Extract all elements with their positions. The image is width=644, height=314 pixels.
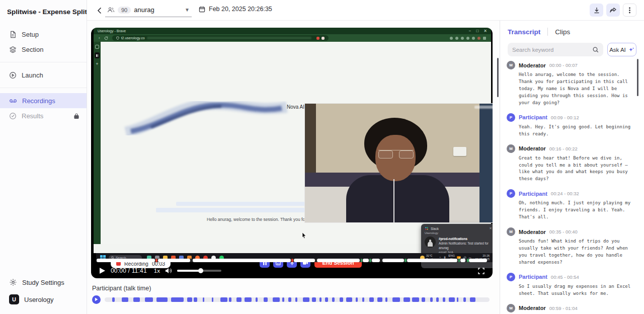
timeline-segment <box>460 259 465 262</box>
sidebar-toggle-icon[interactable] <box>95 45 99 49</box>
timeline-segment <box>369 259 371 262</box>
transcript-message[interactable]: P Participant 00:09 - 00:12 Yeah. Hey. I… <box>507 113 635 138</box>
webcam-background <box>305 104 316 181</box>
player-timeline[interactable] <box>97 259 487 262</box>
speaker-avatar: P <box>507 273 515 281</box>
fullscreen-button[interactable] <box>478 268 485 274</box>
talktime-segment <box>112 297 115 302</box>
talktime-segment <box>264 297 268 302</box>
browser-titlebar: Userology - Brave −□✕ <box>94 28 491 34</box>
talktime-segment <box>319 297 321 302</box>
active-tab-thumbnail[interactable] <box>95 52 100 58</box>
talktime-segment <box>362 297 365 302</box>
transcript-scrollbar[interactable] <box>637 59 638 96</box>
url-bar[interactable]: t2.userology.co <box>112 35 329 41</box>
play-button[interactable] <box>99 267 106 274</box>
talktime-segment <box>245 297 252 302</box>
video-player[interactable]: Userology - Brave −□✕ ‹ t2.userology.co <box>91 28 493 278</box>
transcript-message[interactable]: P Participant 00:24 - 00:32 Oh, nothing … <box>507 189 635 221</box>
talktime-track[interactable] <box>105 297 490 302</box>
topbar: 90 anurag ▼ Feb 20, 2025 20:26:35 <box>87 0 644 21</box>
transcript-message[interactable]: M Moderator 00:16 - 00:22 Great to hear … <box>507 144 635 183</box>
download-button[interactable] <box>590 4 603 17</box>
timeline-segment <box>291 259 293 262</box>
talktime-segment <box>145 297 152 302</box>
playback-speed[interactable]: 1x <box>154 268 160 274</box>
voicemail-icon <box>9 97 17 105</box>
talktime-segment <box>422 297 425 302</box>
volume-slider[interactable] <box>177 270 221 272</box>
transcript-list[interactable]: M Moderator 00:00 - 00:07 Hello anurag, … <box>500 59 644 314</box>
study-settings-button[interactable]: Study Settings <box>0 274 87 291</box>
slack-workspace: Userology <box>425 231 492 234</box>
sidebar-item-setup[interactable]: Setup <box>0 27 87 42</box>
sidebar-item-label: Section <box>22 46 43 53</box>
target-icon <box>9 112 17 120</box>
tab-transcript[interactable]: Transcript <box>508 28 540 36</box>
speaker-name: Moderator <box>519 229 546 235</box>
keyword-search[interactable] <box>508 43 603 56</box>
message-timestamp: 00:24 - 00:32 <box>551 191 579 196</box>
transcript-message[interactable]: M Moderator 00:59 - 01:04 Interesting! C… <box>507 304 635 314</box>
talktime-segment <box>449 297 455 302</box>
site-shield-icon <box>116 36 119 40</box>
sidebar-item-launch[interactable]: Launch <box>0 67 87 83</box>
browser-toolbar: ‹ t2.userology.co <box>94 34 491 42</box>
participant-count-badge: 90 <box>118 7 131 14</box>
more-options-button[interactable] <box>623 4 636 17</box>
chevron-down-icon: ▼ <box>185 7 190 13</box>
participant-torso <box>346 175 449 223</box>
wave-illustration <box>121 77 302 163</box>
transcript-message[interactable]: P Participant 00:45 - 00:54 So I usually… <box>507 273 635 297</box>
timeline-segment <box>97 259 155 262</box>
speaker-name: Moderator <box>519 305 546 311</box>
main-scrollbar[interactable] <box>497 58 499 97</box>
close-icon[interactable]: ✕ <box>489 226 492 230</box>
slack-channel: #prod-notifications <box>439 237 467 241</box>
new-tab-icon[interactable]: + <box>96 62 98 66</box>
sidebar-item-section[interactable]: Section <box>0 42 87 57</box>
sidebar: Splitwise - Expense Splittin... Setup Se… <box>0 0 87 314</box>
transcript-message[interactable]: M Moderator 00:35 - 00:40 Sounds fun! Wh… <box>507 227 635 266</box>
back-button[interactable] <box>94 5 105 16</box>
kebab-menu-icon <box>629 7 630 14</box>
webcam-background <box>479 104 493 222</box>
talktime-segment <box>122 297 128 302</box>
participant-selector[interactable]: 90 anurag ▼ <box>105 3 192 17</box>
minimize-icon: − <box>469 29 471 33</box>
userology-brand[interactable]: U Userology <box>0 291 87 308</box>
talktime-segment <box>325 297 328 302</box>
tab-clips[interactable]: Clips <box>555 28 570 36</box>
talktime-segment <box>463 297 466 302</box>
brave-shield-icon <box>316 37 319 40</box>
browser-title: Userology - Brave <box>98 29 126 33</box>
volume-icon[interactable] <box>165 268 172 274</box>
footer-item-label: Study Settings <box>22 279 64 286</box>
transcript-message[interactable]: M Moderator 00:00 - 00:07 Hello anurag, … <box>507 61 635 107</box>
talktime-segment <box>470 297 475 302</box>
talktime-segment <box>236 297 242 302</box>
vertical-tabstrip: + <box>94 42 101 244</box>
chevron-left-icon <box>97 7 102 14</box>
talktime-segment <box>377 297 383 302</box>
extension-icon <box>455 37 458 40</box>
talktime-segment <box>288 297 291 302</box>
sidebar-item-results[interactable]: Results <box>0 108 87 123</box>
panel-tabs: Transcript Clips <box>500 21 644 41</box>
maximize-icon: □ <box>476 29 478 33</box>
ask-ai-button[interactable]: Ask AI <box>607 43 636 56</box>
timeline-segment <box>361 259 363 262</box>
message-text: Sounds fun! What kind of trips do you us… <box>519 238 635 266</box>
message-text: Great to hear that! Before we dive in, c… <box>519 155 635 183</box>
talktime-play-button[interactable] <box>92 295 101 304</box>
talktime-segment <box>187 297 192 302</box>
timeline-segment <box>469 259 487 262</box>
extension-icon <box>472 37 475 40</box>
search-input[interactable] <box>512 47 590 53</box>
sidebar-item-recordings[interactable]: Recordings <box>0 93 87 108</box>
speaker-name: Moderator <box>519 62 546 68</box>
talktime-segment <box>229 297 231 302</box>
share-button[interactable] <box>606 4 620 17</box>
extension-icon <box>450 37 453 40</box>
message-timestamp: 00:59 - 01:04 <box>549 305 578 311</box>
